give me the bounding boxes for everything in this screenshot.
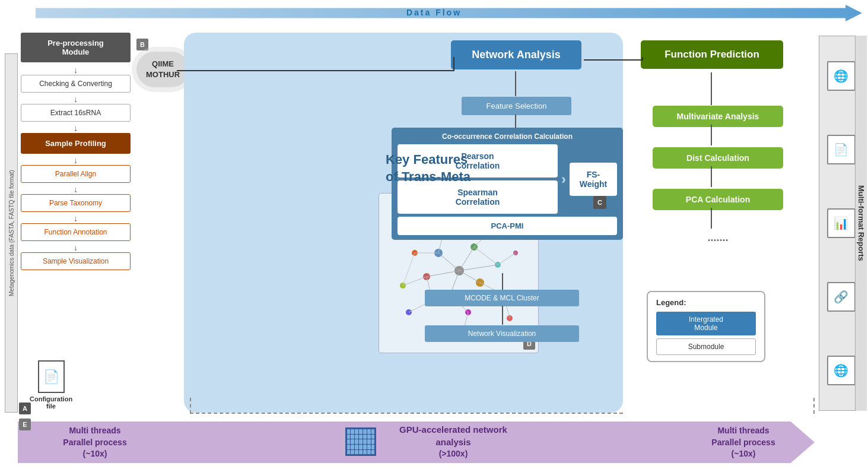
svg-line-28 [403,277,427,286]
arrow-mv-dist [711,125,712,145]
cloud-to-na-line [177,70,454,71]
legend-title: Legend: [656,298,756,307]
cooccurrence-title: Co-occurrence Correlation Calculation [398,132,617,141]
cloud-to-na-vert [453,57,454,71]
svg-line-33 [498,253,516,265]
multivariate-box: Multivariate Analysis [653,106,783,127]
parse-taxonomy-box: Parse Taxonomy [21,194,131,212]
dist-box: Dist Calculation [653,147,783,169]
svg-line-18 [438,253,459,271]
bottom-right-text: Multi threads Parallel process (~10x) [684,425,803,460]
badge-a: A [19,403,31,414]
report-icon-1: 🌐 [827,61,856,91]
badge-e: E [19,419,31,430]
arrow-2: ↓ [21,95,131,103]
bottom-center-section: GPU-accelerated network analysis (>100x) [345,423,523,460]
arrow-pmi-mcode [502,273,503,290]
arrow-6: ↓ [21,214,131,223]
arrow-right-chevron: › [561,171,566,188]
gpu-text: GPU-accelerated network analysis (>100x) [383,423,523,460]
parallel-align-box: Parallel Align [21,165,131,183]
bottom-left-text: Multi threads Parallel process (~10x) [36,425,154,460]
legend-integrated: Intergrated Module [656,312,756,335]
arrow-na-fs [515,71,516,96]
svg-line-23 [459,265,498,271]
cloud-section: B QIIME MOTHUR [136,39,189,87]
pca-pmi-box: PCA-PMI [398,217,617,235]
legend-box: Legend: Intergrated Module Submodule [647,291,765,362]
bottom-left-section: Multi threads Parallel process (~10x) [36,425,154,460]
sample-visualization-box: Sample Visualization [21,252,131,270]
svg-line-19 [459,247,474,271]
config-file-icon: 📄 [38,360,65,393]
badge-b: B [136,39,148,50]
preprocessing-column: Pre-processing Module ↓ Checking & Conve… [21,33,131,272]
arrow-3: ↓ [21,124,131,132]
arrow-5: ↓ [21,185,131,194]
gpu-icon [345,427,377,456]
arrow-7: ↓ [21,243,131,252]
pca-box: PCA Calculation [653,189,783,210]
fs-weight-box: FS-Weight [570,163,617,196]
svg-line-21 [459,271,480,283]
checking-converting-box: Checking & Converting [21,75,131,93]
data-flow-label: Data Flow [406,8,462,17]
network-analysis-box: Network Analysis [451,40,581,69]
dots-indicator: ....... [653,232,783,244]
function-annotation-box: Function Annotation [21,223,131,241]
arrow-fp-mv [711,72,712,105]
dashed-left [190,398,191,414]
arrow-pca-dots [711,208,712,229]
pca-pmi-row: PCA-PMI [398,217,617,235]
na-to-fp-arrowhead [642,57,643,61]
main-container: Data Flow Metagenomics data (FASTA, FAST… [0,0,868,469]
extract-16srna-box: Extract 16sRNA [21,104,131,122]
sample-profiling-box: Sample Profiling [21,133,131,154]
dashed-right [813,398,815,414]
feature-selection-box: Feature Selection [462,97,571,115]
svg-line-27 [474,247,498,265]
arrow-mcode-netviz [502,306,503,325]
preprocessing-module: Pre-processing Module [21,33,131,62]
net-viz-box: Network Visualization [425,325,579,342]
spearman-box: Spearman Correlation [398,180,558,214]
reports-vertical-label: Multi-format Reports [855,36,867,411]
arrow-4: ↓ [21,156,131,164]
svg-line-37 [403,253,415,286]
gpu-section: GPU-accelerated network analysis (>100x) [345,423,523,460]
left-metagenomics-label: Metagenomics data (FASTA, FASTQ file for… [5,53,18,413]
legend-submodule: Submodule [656,338,756,355]
mcode-box: MCODE & MCL Cluster [425,290,579,306]
function-prediction-box: Function Prediction [641,40,783,69]
arrow-dist-pca [711,166,712,187]
config-section: 📄 Configuration file [30,360,72,410]
bottom-right-section: Multi threads Parallel process (~10x) [684,425,803,460]
report-icon-2: 📄 [827,135,856,164]
arrow-1: ↓ [21,66,131,74]
config-label: Configuration file [30,395,72,410]
report-icon-4: 🔗 [827,282,856,312]
key-features-title: Key Features of Trans-Meta [386,151,470,185]
svg-line-20 [427,271,459,277]
report-icon-5: 🌐 [827,356,856,385]
report-icon-3: 📊 [827,208,856,238]
na-to-fp-line [584,59,643,61]
badge-c: C [593,196,606,209]
dashed-bottom [190,413,623,414]
